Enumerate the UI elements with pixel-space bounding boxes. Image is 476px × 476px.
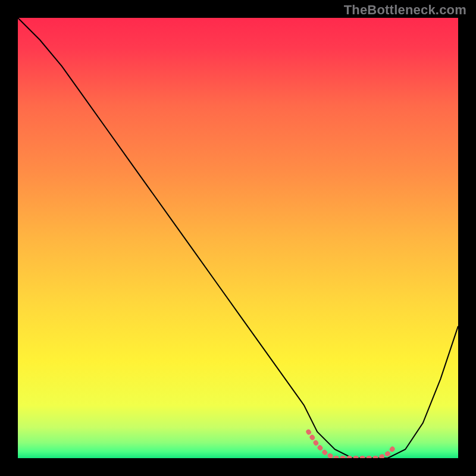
chart-svg bbox=[18, 18, 458, 458]
chart-frame: TheBottleneck.com bbox=[0, 0, 476, 476]
chart-plot-area bbox=[18, 18, 458, 458]
attribution-text: TheBottleneck.com bbox=[344, 2, 466, 18]
chart-background bbox=[18, 18, 458, 458]
